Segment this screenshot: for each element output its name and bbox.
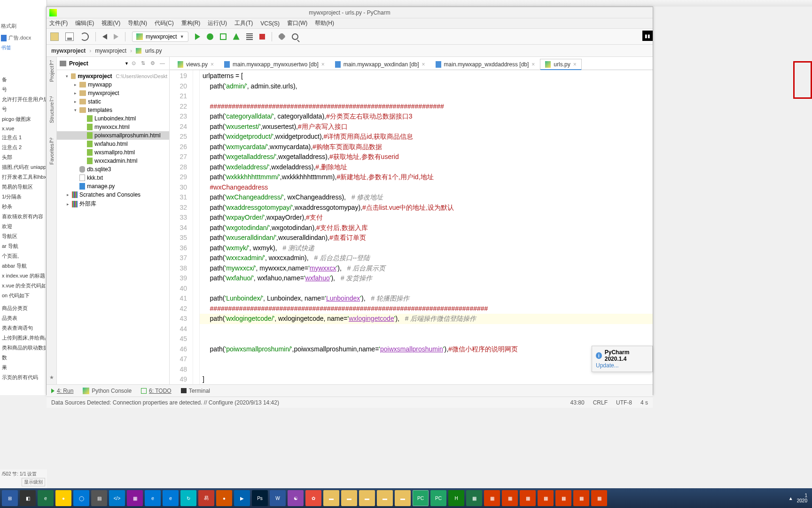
word-outline-item[interactable]: on 代码如下 — [1, 291, 46, 301]
line-sep[interactable]: CRLF — [593, 399, 608, 406]
favorites-star-icon[interactable]: ★ — [49, 374, 54, 381]
code-line[interactable] — [203, 324, 653, 334]
menu-item[interactable]: 文件(F) — [49, 19, 68, 27]
tree-item[interactable]: wxxcxadmin.html — [57, 157, 169, 165]
taskbar-item[interactable]: PC — [413, 490, 429, 506]
taskbar-item[interactable]: ☯ — [288, 490, 304, 506]
close-icon[interactable]: × — [531, 61, 535, 68]
taskbar-item[interactable]: ▦ — [484, 490, 500, 506]
taskbar-item[interactable]: ▦ — [573, 490, 589, 506]
code-line[interactable]: path('wxaddressgotomypay/',wxaddressgoto… — [203, 203, 653, 213]
chevron-down-icon[interactable]: ▼ — [125, 61, 129, 66]
tray-icon[interactable]: ▲ — [789, 496, 793, 501]
code-line[interactable]: path('categoryalldata/', categoryalldata… — [203, 111, 653, 122]
code-line[interactable]: path('wxfahuo/', wxfahuo,name='wxfahuo')… — [203, 273, 653, 284]
gear-icon[interactable]: ⚙ — [150, 60, 157, 67]
menu-item[interactable]: 视图(V) — [102, 19, 120, 27]
word-outline-item[interactable]: 欢迎 — [1, 222, 46, 231]
taskbar-item[interactable]: ✿ — [305, 490, 321, 506]
word-outline-item[interactable]: 示页的所有代码 — [1, 373, 46, 382]
select-opened-icon[interactable]: ⊙ — [132, 60, 138, 67]
code-line[interactable]: path('wxgotodindan/',wxgotodindan),#支付后,… — [203, 223, 653, 233]
clock[interactable]: 12020 — [797, 493, 807, 503]
taskbar-item[interactable]: 易 — [198, 490, 214, 506]
word-outline-item[interactable]: 注意点 2 — [1, 143, 46, 152]
breadcrumb-item[interactable]: mywxproject — [95, 48, 126, 54]
expand-icon[interactable]: ▸ — [65, 202, 70, 206]
taskbar-item[interactable]: ▦ — [502, 490, 518, 506]
system-tray[interactable]: ▲12020 — [789, 493, 810, 503]
word-outline-item[interactable]: abbar 导航 — [1, 261, 46, 271]
word-outline-item[interactable]: 品类表 — [1, 313, 46, 323]
fold-column[interactable] — [193, 70, 200, 384]
word-outline-item[interactable]: 注意点 1 — [1, 133, 46, 143]
back-icon[interactable] — [102, 34, 107, 40]
python-console-tab[interactable]: Python Console — [83, 388, 132, 394]
close-icon[interactable]: × — [573, 61, 577, 68]
word-outline-item[interactable]: 类和商品的联动数据接 — [1, 343, 46, 353]
expand-icon[interactable]: ▾ — [65, 74, 69, 79]
taskbar-item[interactable]: e — [38, 490, 54, 506]
menu-item[interactable]: 窗口(W) — [287, 19, 307, 27]
word-outline-item[interactable]: 备 — [1, 75, 46, 85]
taskbar-item[interactable]: ▦ — [555, 490, 571, 506]
code-line[interactable]: path('wxpayOrder/',wxpayOrder),#支付 — [203, 213, 653, 223]
code-line[interactable]: path('wxxcxadmin/', wxxcxadmin), # 后台总接口… — [203, 253, 653, 263]
breadcrumb[interactable]: mywxproject › mywxproject › urls.py — [47, 45, 653, 57]
menu-item[interactable]: VCS(S) — [260, 20, 280, 27]
bookmark-label[interactable]: 书签 — [1, 44, 46, 51]
editor-tab[interactable]: main.mywxapp_mywxusertwo [db]× — [219, 59, 330, 70]
tree-item[interactable]: mywxxcx.html — [57, 123, 169, 131]
tree-item[interactable]: wxfahuo.html — [57, 140, 169, 148]
close-icon[interactable]: × — [211, 61, 214, 68]
editor-tab[interactable]: main.mywxapp_wxdindan [db]× — [330, 59, 430, 70]
taskbar-item[interactable]: e — [145, 490, 161, 506]
project-tree[interactable]: ▾mywxprojectC:\Users\lenovo\Deskt▸mywxap… — [57, 70, 169, 211]
tree-item[interactable]: Lunboindex.html — [57, 114, 169, 123]
taskbar-item[interactable]: H — [448, 490, 464, 506]
editor-tab[interactable]: urls.py× — [540, 59, 581, 70]
word-outline-item[interactable]: x index.vue 的标题 — [1, 271, 46, 281]
code-line[interactable]: path('wxmyk/', wxmyk), # 测试快递 — [203, 243, 653, 254]
code-line[interactable]: path('poiwxsmallproshumin/',poiwxsmallpr… — [203, 344, 653, 355]
tree-item[interactable]: kkk.txt — [57, 174, 169, 182]
word-outline-item[interactable]: 号 — [1, 85, 46, 95]
word-outline-item[interactable]: 简易的导航区 — [1, 182, 46, 192]
taskbar-item[interactable]: ▬ — [323, 490, 339, 506]
code-line[interactable]: ########################################… — [203, 304, 653, 314]
code-line[interactable]: path('wxuseralldindan/',wxuseralldindan)… — [203, 233, 653, 243]
stop-icon[interactable] — [259, 34, 265, 40]
word-doc-tab[interactable]: 广告.docx — [1, 34, 46, 41]
taskbar-item[interactable]: ◯ — [73, 490, 89, 506]
expand-icon[interactable]: ▸ — [73, 82, 78, 87]
open-icon[interactable] — [50, 32, 59, 41]
menu-item[interactable]: 代码(C) — [155, 19, 174, 27]
code-line[interactable]: path('wxlogingetcode/', wxlogingetcode, … — [200, 314, 653, 324]
word-outline-item[interactable]: 允许打开任意用户后台权限 — [1, 95, 46, 104]
save-icon[interactable] — [65, 32, 74, 41]
expand-icon[interactable]: ▸ — [73, 99, 78, 104]
status-message[interactable]: Data Sources Detected: Connection proper… — [51, 399, 279, 406]
forward-icon[interactable] — [114, 34, 118, 40]
tool-strip-tab[interactable]: Project — [49, 66, 55, 82]
menu-bar[interactable]: 文件(F)编辑(E)视图(V)导航(N)代码(C)重构(R)运行(U)工具(T)… — [47, 18, 653, 29]
menu-item[interactable]: 工具(T) — [234, 19, 253, 27]
tree-item[interactable]: manage.py — [57, 182, 169, 190]
update-link[interactable]: Update... — [596, 362, 619, 369]
todo-tab[interactable]: 6: TODO — [141, 388, 172, 394]
indent[interactable]: 4 s — [640, 399, 648, 406]
code-line[interactable] — [203, 354, 653, 365]
taskbar-item[interactable]: Ps — [252, 490, 268, 506]
editor-tabs[interactable]: views.py×main.mywxapp_mywxusertwo [db]×m… — [170, 57, 653, 70]
code-line[interactable]: path('mywxxcx/', mywxxcx,name='mywxxcx')… — [203, 263, 653, 274]
code-line[interactable]: urlpatterns = [ — [203, 71, 653, 81]
menu-item[interactable]: 帮助(H) — [315, 19, 334, 27]
menu-item[interactable]: 导航(N) — [128, 19, 147, 27]
encoding[interactable]: UTF-8 — [616, 399, 632, 406]
tree-item[interactable]: ▸mywxapp — [57, 80, 169, 89]
taskbar-item[interactable]: W — [270, 490, 286, 506]
run-tool-tab[interactable]: 4: Run — [51, 388, 73, 394]
taskbar-item[interactable]: ▦ — [466, 490, 482, 506]
taskbar-item[interactable]: ▬ — [377, 490, 393, 506]
code-line[interactable]: path('Lunboindex/', Lunboindex, name='Lu… — [203, 294, 653, 304]
